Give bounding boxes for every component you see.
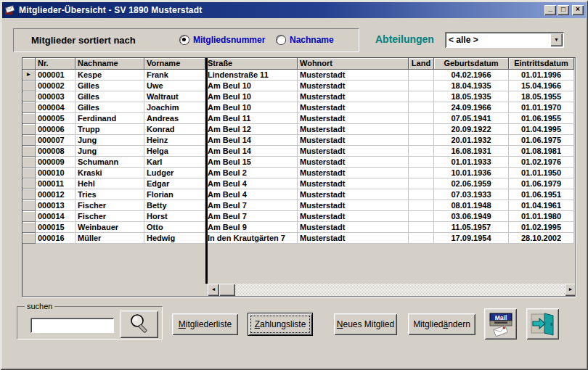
cell-land[interactable] [409, 222, 434, 233]
cell-land[interactable] [409, 102, 434, 113]
cell-eintrittsdatum[interactable]: 15.04.1966 [509, 81, 574, 91]
cell-eintrittsdatum[interactable]: 01.08.1981 [509, 146, 574, 157]
cell-nachname[interactable]: Weinbauer [75, 222, 144, 233]
cell-land[interactable] [409, 81, 434, 91]
column-header-wohnort[interactable]: Wohnort [298, 58, 409, 70]
row-selector-cell[interactable] [23, 222, 36, 233]
abteilungen-dropdown[interactable]: < alle > ▼ [445, 32, 564, 48]
cell-vorname[interactable]: Florian [144, 189, 205, 200]
row-selector-cell[interactable] [23, 189, 36, 200]
row-selector-cell[interactable] [23, 102, 36, 113]
cell-strasse[interactable]: Am Beul 10 [205, 81, 298, 91]
cell-strasse[interactable]: Am Beul 14 [205, 146, 298, 157]
table-row[interactable]: 000015WeinbauerOttoAm Beul 9Musterstadt1… [23, 222, 575, 233]
table-row[interactable]: 000008JungHelgaAm Beul 14Musterstadt16.0… [23, 146, 575, 157]
cell-wohnort[interactable]: Musterstadt [298, 233, 409, 244]
cell-nachname[interactable]: Gilles [75, 81, 144, 91]
search-input[interactable] [30, 318, 114, 333]
cell-wohnort[interactable]: Musterstadt [298, 189, 409, 200]
cell-nr[interactable]: 000013 [36, 200, 75, 211]
cell-land[interactable] [409, 200, 434, 211]
search-button[interactable] [120, 311, 158, 338]
cell-nachname[interactable]: Fischer [75, 200, 144, 211]
cell-nachname[interactable]: Jung [75, 135, 144, 146]
row-selector-cell[interactable] [23, 200, 36, 211]
cell-nr[interactable]: 000006 [36, 124, 75, 135]
cell-geburtsdatum[interactable]: 20.09.1922 [434, 124, 509, 135]
cell-wohnort[interactable]: Musterstadt [298, 91, 409, 102]
row-selector-cell[interactable] [23, 168, 36, 178]
cell-land[interactable] [409, 168, 434, 178]
table-row[interactable]: 000016MüllerHedwigIn den Krautgärten 7Mu… [23, 233, 575, 244]
cell-strasse[interactable]: Am Beul 10 [205, 91, 298, 102]
cell-strasse[interactable]: Lindenstraße 11 [205, 70, 298, 81]
cell-vorname[interactable]: Andreas [144, 113, 205, 124]
cell-geburtsdatum[interactable]: 11.05.1957 [434, 222, 509, 233]
chevron-down-icon[interactable]: ▼ [550, 33, 563, 46]
cell-land[interactable] [409, 124, 434, 135]
cell-land[interactable] [409, 211, 434, 222]
cell-nr[interactable]: 000010 [36, 168, 75, 178]
cell-nachname[interactable]: Ferdinand [75, 113, 144, 124]
table-row[interactable]: 000007JungHeinzAm Beul 14Musterstadt20.0… [23, 135, 575, 146]
row-selector-cell[interactable] [23, 146, 36, 157]
cell-vorname[interactable]: Joachim [144, 102, 205, 113]
table-row[interactable]: 000005FerdinandAndreasAm Beul 11Musterst… [23, 113, 575, 124]
row-selector-cell[interactable] [23, 211, 36, 222]
cell-vorname[interactable]: Konrad [144, 124, 205, 135]
cell-eintrittsdatum[interactable]: 01.01.1970 [509, 102, 574, 113]
cell-wohnort[interactable]: Musterstadt [298, 211, 409, 222]
cell-vorname[interactable]: Edgar [144, 178, 205, 189]
cell-geburtsdatum[interactable]: 08.01.1948 [434, 200, 509, 211]
column-header-vorname[interactable]: Vorname [144, 58, 205, 70]
scrollbar-track[interactable] [235, 284, 565, 296]
scroll-left-icon[interactable]: ◄ [208, 284, 219, 296]
radio-label-mitgliedsnummer[interactable]: Mitgliedsnummer [193, 35, 265, 45]
cell-eintrittsdatum[interactable]: 28.10.2002 [509, 233, 574, 244]
table-row[interactable]: 000009SchumannKarlAm Beul 15Musterstadt0… [23, 157, 575, 168]
cell-wohnort[interactable]: Musterstadt [298, 81, 409, 91]
cell-strasse[interactable]: Am Beul 4 [205, 189, 298, 200]
cell-wohnort[interactable]: Musterstadt [298, 146, 409, 157]
row-selector-cell[interactable] [23, 157, 36, 168]
cell-nr[interactable]: 000016 [36, 233, 75, 244]
table-row[interactable]: 000013FischerBettyAm Beul 7Musterstadt08… [23, 200, 575, 211]
cell-eintrittsdatum[interactable]: 01.02.1995 [509, 222, 574, 233]
cell-land[interactable] [409, 157, 434, 168]
cell-eintrittsdatum[interactable]: 01.01.1996 [509, 70, 574, 81]
cell-strasse[interactable]: Am Beul 2 [205, 168, 298, 178]
cell-nachname[interactable]: Tries [75, 189, 144, 200]
cell-nachname[interactable]: Fischer [75, 211, 144, 222]
radio-label-nachname[interactable]: Nachname [290, 35, 334, 45]
table-row[interactable]: 000011HehlEdgarAm Beul 4Musterstadt02.06… [23, 178, 575, 189]
cell-eintrittsdatum[interactable]: 01.01.1980 [509, 211, 574, 222]
cell-wohnort[interactable]: Musterstadt [298, 178, 409, 189]
cell-nr[interactable]: 000005 [36, 113, 75, 124]
row-selector-cell[interactable] [23, 178, 36, 189]
cell-nr[interactable]: 000011 [36, 178, 75, 189]
column-header-nr[interactable]: Nr. [36, 58, 75, 70]
cell-strasse[interactable]: Am Beul 4 [205, 178, 298, 189]
cell-nr[interactable]: 000012 [36, 189, 75, 200]
cell-land[interactable] [409, 146, 434, 157]
exit-button[interactable] [526, 308, 559, 340]
cell-nr[interactable]: 000004 [36, 102, 75, 113]
row-selector-cell[interactable] [23, 81, 36, 91]
cell-geburtsdatum[interactable]: 24.09.1966 [434, 102, 509, 113]
table-row[interactable]: 000010KraskiLudgerAm Beul 2Musterstadt10… [23, 168, 575, 178]
column-header-nachname[interactable]: Nachname [75, 58, 144, 70]
horizontal-scrollbar[interactable]: ◄ ► [208, 284, 576, 296]
cell-geburtsdatum[interactable]: 17.09.1954 [434, 233, 509, 244]
cell-geburtsdatum[interactable]: 07.05.1941 [434, 113, 509, 124]
cell-land[interactable] [409, 178, 434, 189]
cell-vorname[interactable]: Karl [144, 157, 205, 168]
cell-nachname[interactable]: Schumann [75, 157, 144, 168]
cell-wohnort[interactable]: Musterstadt [298, 157, 409, 168]
cell-geburtsdatum[interactable]: 04.02.1966 [434, 70, 509, 81]
column-header-geburtsdatum[interactable]: Geburtsdatum [434, 58, 509, 70]
radio-mitgliedsnummer[interactable] [180, 36, 189, 44]
zahlungsliste-button[interactable]: Zahlungsliste [248, 313, 312, 335]
cell-strasse[interactable]: Am Beul 9 [205, 222, 298, 233]
cell-strasse[interactable]: Am Beul 11 [205, 113, 298, 124]
table-row[interactable]: 000006TruppKonradAm Beul 12Musterstadt20… [23, 124, 575, 135]
